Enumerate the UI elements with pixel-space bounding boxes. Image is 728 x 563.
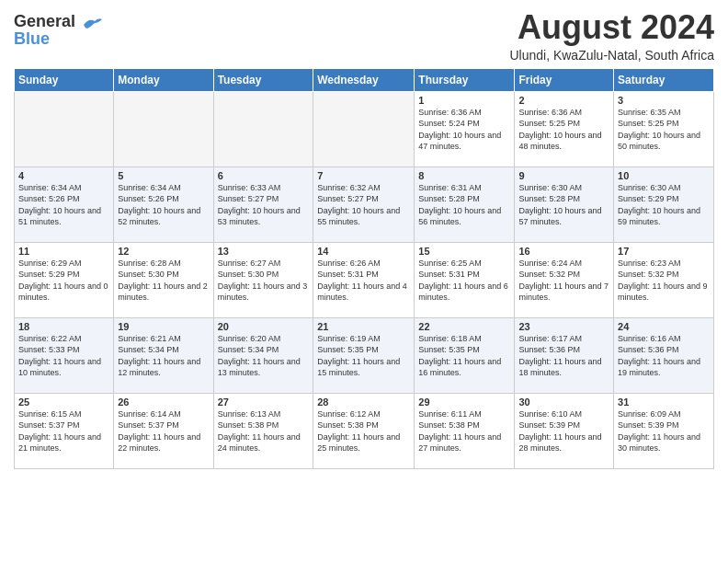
calendar-cell-1-3: 7Sunrise: 6:32 AMSunset: 5:27 PMDaylight… <box>313 167 415 242</box>
day-info: Sunrise: 6:28 AMSunset: 5:30 PMDaylight:… <box>118 258 209 304</box>
day-number: 23 <box>518 321 609 332</box>
day-number: 3 <box>618 95 710 106</box>
day-number: 2 <box>518 95 609 106</box>
day-info: Sunrise: 6:13 AMSunset: 5:38 PMDaylight:… <box>218 408 310 454</box>
col-wednesday: Wednesday <box>313 68 415 91</box>
logo-line1: General <box>14 13 102 30</box>
day-info: Sunrise: 6:27 AMSunset: 5:30 PMDaylight:… <box>218 258 310 304</box>
calendar-cell-2-3: 14Sunrise: 6:26 AMSunset: 5:31 PMDayligh… <box>313 242 415 317</box>
month-year-title: August 2024 <box>509 9 714 46</box>
day-info: Sunrise: 6:09 AMSunset: 5:39 PMDaylight:… <box>618 408 710 454</box>
day-info: Sunrise: 6:36 AMSunset: 5:24 PMDaylight:… <box>418 107 510 153</box>
day-info: Sunrise: 6:21 AMSunset: 5:34 PMDaylight:… <box>118 333 209 379</box>
day-info: Sunrise: 6:32 AMSunset: 5:27 PMDaylight:… <box>317 182 410 228</box>
day-info: Sunrise: 6:30 AMSunset: 5:29 PMDaylight:… <box>618 182 710 228</box>
day-number: 19 <box>118 321 209 332</box>
day-number: 18 <box>18 321 109 332</box>
day-number: 27 <box>218 396 310 408</box>
day-number: 28 <box>317 396 410 408</box>
col-saturday: Saturday <box>614 68 714 91</box>
day-number: 26 <box>118 396 209 408</box>
day-number: 5 <box>118 170 209 181</box>
day-info: Sunrise: 6:26 AMSunset: 5:31 PMDaylight:… <box>317 258 410 304</box>
week-row-2: 4Sunrise: 6:34 AMSunset: 5:26 PMDaylight… <box>15 167 714 242</box>
calendar-cell-3-0: 18Sunrise: 6:22 AMSunset: 5:33 PMDayligh… <box>15 317 114 393</box>
logo: General Blue <box>14 13 102 48</box>
calendar-cell-0-6: 3Sunrise: 6:35 AMSunset: 5:25 PMDaylight… <box>614 91 714 167</box>
day-number: 16 <box>518 246 609 257</box>
col-monday: Monday <box>114 68 213 91</box>
day-info: Sunrise: 6:17 AMSunset: 5:36 PMDaylight:… <box>518 333 609 379</box>
day-info: Sunrise: 6:29 AMSunset: 5:29 PMDaylight:… <box>18 258 109 304</box>
day-number: 12 <box>118 246 209 257</box>
calendar-cell-1-4: 8Sunrise: 6:31 AMSunset: 5:28 PMDaylight… <box>415 167 515 242</box>
week-row-1: 1Sunrise: 6:36 AMSunset: 5:24 PMDaylight… <box>15 91 714 167</box>
logo-bird-icon <box>82 16 102 30</box>
calendar-cell-1-2: 6Sunrise: 6:33 AMSunset: 5:27 PMDaylight… <box>213 167 313 242</box>
day-number: 21 <box>317 321 410 332</box>
day-info: Sunrise: 6:10 AMSunset: 5:39 PMDaylight:… <box>518 408 609 454</box>
logo-general: General <box>14 12 75 30</box>
day-number: 29 <box>418 396 510 408</box>
day-info: Sunrise: 6:19 AMSunset: 5:35 PMDaylight:… <box>317 333 410 379</box>
week-row-4: 18Sunrise: 6:22 AMSunset: 5:33 PMDayligh… <box>15 317 714 393</box>
day-info: Sunrise: 6:11 AMSunset: 5:38 PMDaylight:… <box>418 408 510 454</box>
day-number: 17 <box>618 246 710 257</box>
day-number: 11 <box>18 246 109 257</box>
calendar-cell-4-6: 31Sunrise: 6:09 AMSunset: 5:39 PMDayligh… <box>614 393 714 468</box>
calendar-cell-4-4: 29Sunrise: 6:11 AMSunset: 5:38 PMDayligh… <box>415 393 515 468</box>
day-number: 9 <box>518 170 609 181</box>
week-row-5: 25Sunrise: 6:15 AMSunset: 5:37 PMDayligh… <box>15 393 714 468</box>
day-number: 6 <box>218 170 310 181</box>
calendar-cell-1-0: 4Sunrise: 6:34 AMSunset: 5:26 PMDaylight… <box>15 167 114 242</box>
calendar-cell-0-2 <box>213 91 313 167</box>
day-info: Sunrise: 6:20 AMSunset: 5:34 PMDaylight:… <box>218 333 310 379</box>
day-number: 1 <box>418 95 510 106</box>
col-friday: Friday <box>515 68 614 91</box>
week-row-3: 11Sunrise: 6:29 AMSunset: 5:29 PMDayligh… <box>15 242 714 317</box>
day-number: 24 <box>618 321 710 332</box>
calendar-cell-0-5: 2Sunrise: 6:36 AMSunset: 5:25 PMDaylight… <box>515 91 614 167</box>
day-info: Sunrise: 6:23 AMSunset: 5:32 PMDaylight:… <box>618 258 710 304</box>
col-sunday: Sunday <box>15 68 114 91</box>
calendar-cell-3-6: 24Sunrise: 6:16 AMSunset: 5:36 PMDayligh… <box>614 317 714 393</box>
day-info: Sunrise: 6:12 AMSunset: 5:38 PMDaylight:… <box>317 408 410 454</box>
title-block: August 2024 Ulundi, KwaZulu-Natal, South… <box>509 9 714 63</box>
calendar-cell-2-4: 15Sunrise: 6:25 AMSunset: 5:31 PMDayligh… <box>415 242 515 317</box>
day-number: 10 <box>618 170 710 181</box>
col-tuesday: Tuesday <box>213 68 313 91</box>
calendar-cell-2-0: 11Sunrise: 6:29 AMSunset: 5:29 PMDayligh… <box>15 242 114 317</box>
weekday-header-row: Sunday Monday Tuesday Wednesday Thursday… <box>15 68 714 91</box>
calendar-cell-0-1 <box>114 91 213 167</box>
day-info: Sunrise: 6:24 AMSunset: 5:32 PMDaylight:… <box>518 258 609 304</box>
day-number: 30 <box>518 396 609 408</box>
calendar-cell-1-1: 5Sunrise: 6:34 AMSunset: 5:26 PMDaylight… <box>114 167 213 242</box>
calendar-cell-2-6: 17Sunrise: 6:23 AMSunset: 5:32 PMDayligh… <box>614 242 714 317</box>
calendar-table: Sunday Monday Tuesday Wednesday Thursday… <box>14 68 714 469</box>
calendar-cell-2-5: 16Sunrise: 6:24 AMSunset: 5:32 PMDayligh… <box>515 242 614 317</box>
day-number: 25 <box>18 396 109 408</box>
calendar-cell-3-3: 21Sunrise: 6:19 AMSunset: 5:35 PMDayligh… <box>313 317 415 393</box>
logo-text: General Blue <box>14 13 102 48</box>
calendar-cell-4-2: 27Sunrise: 6:13 AMSunset: 5:38 PMDayligh… <box>213 393 313 468</box>
calendar-cell-2-2: 13Sunrise: 6:27 AMSunset: 5:30 PMDayligh… <box>213 242 313 317</box>
calendar-cell-1-5: 9Sunrise: 6:30 AMSunset: 5:28 PMDaylight… <box>515 167 614 242</box>
day-info: Sunrise: 6:36 AMSunset: 5:25 PMDaylight:… <box>518 107 609 153</box>
calendar-cell-0-0 <box>15 91 114 167</box>
col-thursday: Thursday <box>415 68 515 91</box>
calendar-cell-0-3 <box>313 91 415 167</box>
calendar-cell-3-4: 22Sunrise: 6:18 AMSunset: 5:35 PMDayligh… <box>415 317 515 393</box>
day-info: Sunrise: 6:16 AMSunset: 5:36 PMDaylight:… <box>618 333 710 379</box>
day-number: 13 <box>218 246 310 257</box>
day-info: Sunrise: 6:30 AMSunset: 5:28 PMDaylight:… <box>518 182 609 228</box>
day-info: Sunrise: 6:22 AMSunset: 5:33 PMDaylight:… <box>18 333 109 379</box>
calendar-cell-3-1: 19Sunrise: 6:21 AMSunset: 5:34 PMDayligh… <box>114 317 213 393</box>
day-number: 22 <box>418 321 510 332</box>
calendar-cell-1-6: 10Sunrise: 6:30 AMSunset: 5:29 PMDayligh… <box>614 167 714 242</box>
day-info: Sunrise: 6:25 AMSunset: 5:31 PMDaylight:… <box>418 258 510 304</box>
day-number: 8 <box>418 170 510 181</box>
calendar-cell-4-0: 25Sunrise: 6:15 AMSunset: 5:37 PMDayligh… <box>15 393 114 468</box>
location-subtitle: Ulundi, KwaZulu-Natal, South Africa <box>509 48 714 63</box>
day-info: Sunrise: 6:15 AMSunset: 5:37 PMDaylight:… <box>18 408 109 454</box>
calendar-cell-3-2: 20Sunrise: 6:20 AMSunset: 5:34 PMDayligh… <box>213 317 313 393</box>
